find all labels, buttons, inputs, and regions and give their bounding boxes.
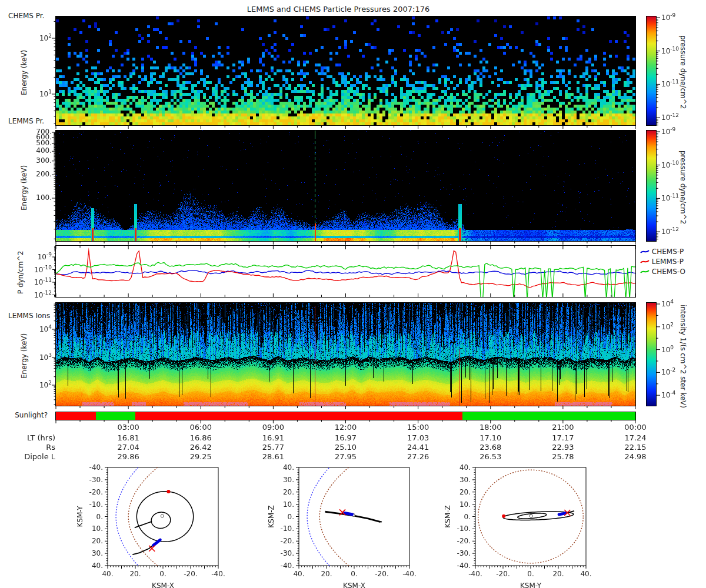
tick-marks [52,18,660,423]
energy-tick-label: 200. [36,170,52,178]
time-tick-label: 12:00 [335,423,357,432]
ephemeris-value: 16.91 [262,433,284,442]
orbit-path [151,512,171,528]
ephemeris-value: 27.04 [118,443,139,452]
orbit-plot-xy: 40.20.0.-20.-40.-40.-30.-20.-10.0.10.20.… [71,459,247,588]
bow-shock-curve [116,467,138,566]
orbit-y-tick-label: 40. [459,463,471,472]
ephemeris-value: 22.93 [552,443,574,452]
energy-tick-label: 103 [39,352,52,362]
orbit-y-axis-title: KSM-Y [76,506,84,527]
pressure-tick-label: 10-11 [34,277,52,286]
orbit-plot-xz: 40.20.0.-20.-40.40.30.20.10.0.-10.-20.-3… [262,459,438,588]
pressure-tick-label: 10-12 [34,290,52,299]
orbit-x-tick-label: 0. [159,570,166,578]
orbit-x-tick-label: 40. [293,570,304,578]
ephemeris-value: 22.15 [624,443,646,452]
colorbar-tick-label: 10-9 [661,126,675,136]
orbit-y-tick-label: 10. [459,500,471,509]
ephemeris-value: 17.24 [624,433,646,442]
colorbar-tick-label: 10-10 [661,160,679,169]
orbit-x-axis-title: KSM-X [152,582,174,588]
plot-page: LEMMS and CHEMS Particle Pressures 2007:… [0,0,706,588]
orbit-y-tick-label: 0. [464,513,471,521]
orbit-y-tick-label: 0. [96,513,103,521]
current-position-segment [345,513,352,514]
ephemeris-value: 16.97 [335,433,357,442]
magnetopause-curve [319,467,348,566]
colorbar-tick-label: 102 [661,322,674,331]
time-tick-label: 06:00 [190,423,212,432]
orbit-x-tick-label: -20. [375,570,388,578]
orbit-y-axis-title: KSM-Z [444,505,452,527]
start-dot-marker [502,514,505,518]
orbit-y-tick-label: -10. [281,524,294,533]
energy-tick-label: 300. [36,156,52,165]
orbit-tick-marks [105,467,218,569]
orbit-y-tick-label: -30. [281,549,294,557]
ephemeris-value: 16.86 [190,433,212,442]
orbit-y-tick-label: -30. [457,549,471,557]
orbit-y-tick-label: 20. [459,488,471,496]
time-tick-label: 18:00 [479,423,501,432]
orbit-y-tick-label: 30. [459,476,471,484]
colorbar-tick-label: 10-2 [661,367,675,376]
orbit-plot-yz: -40.-20.0.20.40.40.30.20.10.0.-10.-20.-3… [438,459,615,588]
ephemeris-value: 24.98 [624,452,646,461]
orbit-y-tick-label: -10. [89,500,103,509]
current-position-segment [559,513,565,514]
colorbar-tick-label: 10-11 [661,79,679,88]
orbit-y-tick-label: -40. [89,463,103,472]
orbit-x-tick-label: -40. [402,570,416,578]
orbit-x-tick-label: 40. [102,570,113,578]
orbit-x-tick-label: 0. [351,570,357,578]
orbit-y-tick-label: 10. [92,524,103,533]
colorbar-tick-label: 100 [661,345,674,354]
orbit-y-tick-label: 40. [283,463,294,472]
orbit-y-tick-label: 30. [283,476,294,484]
orbit-y-tick-label: 0. [288,513,294,521]
orbit-x-axis-title: KSM-X [343,582,365,588]
colorbar-tick-label: 10-12 [661,226,679,236]
orbit-x-tick-label: -40. [211,570,225,578]
ephemeris-row-label: Dipole L [24,452,55,461]
orbit-x-tick-label: 40. [580,570,591,578]
ephemeris-value: 17.17 [552,433,574,442]
orbit-path [136,492,193,542]
orbit-x-tick-label: 20. [129,570,141,578]
ephemeris-value: 24.41 [407,443,429,452]
orbit-tick-marks [296,467,409,569]
orbit-y-tick-label: -10. [457,524,471,533]
energy-tick-label: 104 [39,324,52,333]
orbit-y-tick-label: 10. [283,500,294,509]
colorbar-tick-label: 10-10 [661,46,679,55]
pressure-tick-label: 10-9 [38,252,52,261]
energy-tick-label: 102 [39,33,52,42]
energy-tick-label: 102 [39,380,52,389]
energy-tick-label: 400. [36,146,52,155]
energy-tick-label: 100. [36,193,52,202]
ephemeris-value: 23.68 [479,443,501,452]
orbit-y-axis-title: KSM-Z [267,505,275,527]
orbit-x-tick-label: 0. [527,570,534,578]
orbit-x-axis-title: KSM-Y [520,582,542,588]
orbit-y-tick-label: -20. [89,488,103,496]
orbit-y-tick-label: -30. [89,476,103,484]
colorbar-tick-label: 10-12 [661,112,679,122]
ephemeris-value: 17.10 [479,433,501,442]
ephemeris-value: 26.42 [190,443,212,452]
time-tick-label: 15:00 [407,423,429,432]
orbit-y-tick-label: 20. [92,537,103,545]
colorbar-tick-label: 10-4 [661,390,675,399]
orbit-tick-marks [472,467,586,569]
time-tick-label: 21:00 [552,423,574,432]
time-tick-label: 03:00 [117,423,139,432]
orbit-x-tick-label: -20. [496,570,509,578]
time-tick-label: 09:00 [262,423,284,432]
orbit-x-tick-label: 20. [321,570,332,578]
orbit-y-tick-label: 30. [92,549,103,557]
colorbar-tick-label: 10-9 [661,12,675,22]
orbit-path [132,540,158,554]
saturn-marker [530,514,532,517]
ephemeris-row-label: LT (hrs) [27,433,55,442]
